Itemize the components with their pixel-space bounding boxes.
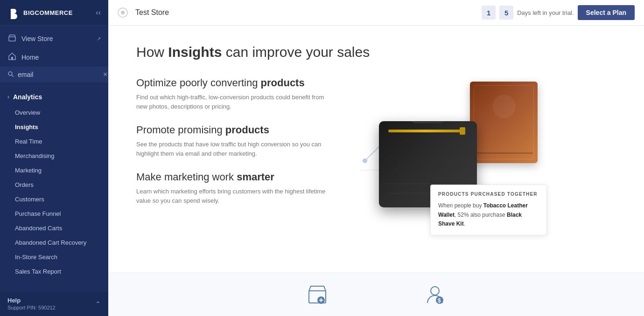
trial-days-separator: 5 xyxy=(499,6,513,20)
help-label: Help xyxy=(7,297,56,304)
insight-desc-marketing: Learn which marketing efforts bring cust… xyxy=(136,187,332,205)
search-input[interactable] xyxy=(18,71,99,78)
sidebar-item-purchase-funnel[interactable]: Purchase Funnel xyxy=(0,206,108,221)
insight-heading-promote: Promote promising products xyxy=(136,124,332,136)
svg-point-9 xyxy=(363,158,367,163)
analytics-section-header[interactable]: ‹ Analytics xyxy=(0,89,108,105)
products-card-body-suffix: . xyxy=(464,220,465,227)
main-content: Test Store 1 5 Days left in your trial. … xyxy=(108,0,644,316)
products-card-body-middle: , 52% also purchase xyxy=(455,212,507,218)
insights-text-column: Optimize poorly converting products Find… xyxy=(136,77,332,218)
chevron-up-icon[interactable]: ⌃ xyxy=(95,300,101,308)
sidebar-item-in-store-search[interactable]: In-Store Search xyxy=(0,250,108,264)
insights-layout: Optimize poorly converting products Find… xyxy=(136,77,616,245)
sidebar-item-home[interactable]: Home xyxy=(0,48,108,67)
trial-days-text: Days left in your trial. xyxy=(517,9,574,16)
insight-heading-marketing: Make marketing work smarter xyxy=(136,171,332,183)
logo-text: BIGCOMMERCE xyxy=(23,9,73,16)
store-icon xyxy=(7,34,17,43)
page-body: How Insights can improve your sales Opti… xyxy=(108,26,644,273)
chevron-left-icon: ‹ xyxy=(7,94,9,100)
logo-area: BIGCOMMERCE xyxy=(6,5,73,20)
page-title-suffix: can improve your sales xyxy=(222,44,370,60)
external-link-icon: ↗ xyxy=(97,36,101,42)
sidebar-bottom: Help Support PIN: 590212 ⌃ xyxy=(0,291,108,316)
insights-visual: PRODUCTS PURCHASED TOGETHER When people … xyxy=(351,77,547,245)
page-title-prefix: How xyxy=(136,44,168,60)
sidebar-item-marketing[interactable]: Marketing xyxy=(0,163,108,178)
products-card-body: When people buy Tobacco Leather Wallet, … xyxy=(438,201,539,228)
search-icon xyxy=(7,71,14,79)
support-pin: Support PIN: 590212 xyxy=(7,305,56,310)
sidebar-item-orders[interactable]: Orders xyxy=(0,178,108,192)
home-icon xyxy=(7,53,17,62)
sidebar-item-view-store[interactable]: View Store ↗ xyxy=(0,29,108,48)
wallet-product-image xyxy=(470,82,538,163)
bottom-icon-customer: $ xyxy=(423,282,447,307)
page-title: How Insights can improve your sales xyxy=(136,44,616,60)
insight-desc-optimize: Find out which high-traffic, low-convers… xyxy=(136,93,332,111)
svg-rect-3 xyxy=(9,37,15,41)
help-section[interactable]: Help Support PIN: 590212 ⌃ xyxy=(7,297,101,310)
sidebar-search[interactable]: × xyxy=(0,67,108,82)
store-name: Test Store xyxy=(135,8,169,17)
page-title-highlight: Insights xyxy=(168,44,222,60)
top-bar: Test Store 1 5 Days left in your trial. … xyxy=(108,0,644,26)
sidebar-item-real-time[interactable]: Real Time xyxy=(0,134,108,149)
svg-rect-4 xyxy=(11,57,13,60)
insight-heading-optimize: Optimize poorly converting products xyxy=(136,77,332,89)
svg-rect-2 xyxy=(8,14,11,19)
svg-point-8 xyxy=(121,11,125,14)
insight-block-optimize: Optimize poorly converting products Find… xyxy=(136,77,332,111)
products-card-header: PRODUCTS PURCHASED TOGETHER xyxy=(438,192,539,197)
select-plan-button[interactable]: Select a Plan xyxy=(578,5,635,20)
insight-desc-promote: See the products that have low traffic b… xyxy=(136,140,332,158)
sidebar-item-sales-tax-report[interactable]: Sales Tax Report xyxy=(0,264,108,279)
sidebar-analytics-section: ‹ Analytics Overview Insights Real Time … xyxy=(0,87,108,291)
analytics-menu-items: Overview Insights Real Time Merchandisin… xyxy=(0,105,108,279)
svg-point-5 xyxy=(8,72,12,76)
products-purchased-card: PRODUCTS PURCHASED TOGETHER When people … xyxy=(430,185,547,235)
bottom-icon-store xyxy=(305,282,329,307)
svg-text:$: $ xyxy=(438,297,441,304)
trial-info: 1 5 Days left in your trial. Select a Pl… xyxy=(482,5,635,20)
sidebar: BIGCOMMERCE ‹‹ View Store ↗ Home × ‹ xyxy=(0,0,108,316)
svg-point-19 xyxy=(431,287,439,295)
customer-icon: $ xyxy=(423,282,447,307)
analytics-section-label: Analytics xyxy=(13,93,42,101)
sidebar-header: BIGCOMMERCE ‹‹ xyxy=(0,0,108,26)
sidebar-item-view-store-label: View Store xyxy=(21,35,53,42)
insight-block-promote: Promote promising products See the produ… xyxy=(136,124,332,158)
svg-line-6 xyxy=(12,75,14,77)
sidebar-top-nav: View Store ↗ Home × xyxy=(0,26,108,87)
clear-search-button[interactable]: × xyxy=(103,70,107,79)
sidebar-item-abandoned-carts[interactable]: Abandoned Carts xyxy=(0,221,108,235)
sidebar-item-merchandising[interactable]: Merchandising xyxy=(0,149,108,163)
sidebar-item-overview[interactable]: Overview xyxy=(0,105,108,120)
insight-block-marketing: Make marketing work smarter Learn which … xyxy=(136,171,332,205)
svg-rect-1 xyxy=(8,9,11,14)
sidebar-item-home-label: Home xyxy=(21,54,39,61)
add-store-icon xyxy=(305,282,329,307)
sidebar-item-abandoned-cart-recovery[interactable]: Abandoned Cart Recovery xyxy=(0,235,108,250)
bigcommerce-logo-icon xyxy=(6,5,21,20)
products-card-body-prefix: When people buy xyxy=(438,202,483,209)
bottom-icons-bar: $ xyxy=(108,273,644,316)
collapse-sidebar-button[interactable]: ‹‹ xyxy=(94,7,103,19)
trial-days-number: 1 xyxy=(482,6,496,20)
sidebar-item-insights[interactable]: Insights xyxy=(0,120,108,134)
sidebar-item-customers[interactable]: Customers xyxy=(0,192,108,206)
breadcrumb-store-icon xyxy=(118,7,128,18)
